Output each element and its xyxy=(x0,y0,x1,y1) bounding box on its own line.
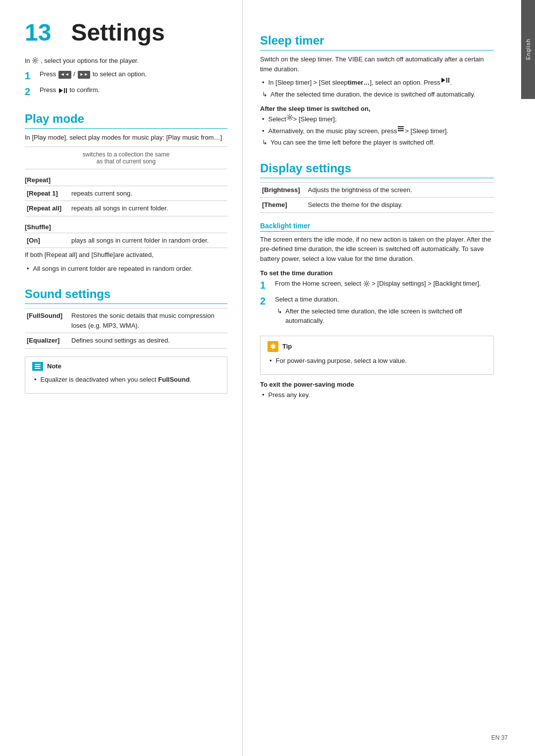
play-pause-icon xyxy=(59,88,67,93)
if-both-bullets: All songs in current folder are repeated… xyxy=(25,264,227,274)
repeat-label: [Repeat] xyxy=(25,176,227,184)
chapter-title: Settings xyxy=(71,19,164,46)
chapter-number: 13 xyxy=(25,19,51,46)
exit-bullets: Press any key. xyxy=(260,390,494,400)
intro-text2: , select your options for the player. xyxy=(41,57,139,64)
table-row: [Repeat 1] repeats current song. xyxy=(25,186,227,201)
steps-list: 1 Press ◄◄ / ►► to select an option. 2 P… xyxy=(25,69,227,98)
menu-icon xyxy=(398,126,404,131)
backlight-step-1: 1 From the Home screen, select > [Displa… xyxy=(260,279,494,292)
table-row: [Equalizer] Defines sound settings as de… xyxy=(25,333,227,349)
svg-point-0 xyxy=(34,59,36,61)
table-row: [Theme] Selects the theme for the displa… xyxy=(260,198,494,213)
on-key: [On] xyxy=(25,233,69,248)
display-table: [Brightness] Adjusts the brightness of t… xyxy=(260,182,494,213)
repeatall-key: [Repeat all] xyxy=(25,201,69,216)
sound-settings-heading: Sound settings xyxy=(25,287,227,304)
nav-next-icon: ►► xyxy=(78,71,91,79)
note-text: Equalizer is deactivated when you select xyxy=(41,375,157,385)
gear-icon-3 xyxy=(363,280,370,287)
list-item: All songs in current folder are repeated… xyxy=(25,264,227,274)
after-sleep-heading: After the sleep timer is switched on, xyxy=(260,105,494,112)
brightness-key: [Brightness] xyxy=(260,182,306,198)
nav-prev-icon: ◄◄ xyxy=(58,71,71,79)
tip-icon: ✱ xyxy=(268,341,278,352)
backlight-steps: 1 From the Home screen, select > [Displa… xyxy=(260,279,494,330)
shuffle-table: [On] plays all songs in current folder i… xyxy=(25,233,227,249)
chapter-heading: 13 Settings xyxy=(25,20,227,46)
note-label: Note xyxy=(47,362,61,370)
if-both-text: If both [Repeat all] and [Shuffle]are ac… xyxy=(25,250,227,260)
list-item: For power-saving purpose, select a low v… xyxy=(268,356,486,366)
step-2: 2 Press to confirm. xyxy=(25,85,227,98)
list-item: After the selected time duration, the de… xyxy=(260,90,494,100)
sound-table: [FullSound] Restores the sonic details t… xyxy=(25,308,227,349)
sleep-timer-intro: Switch on the sleep timer. The VIBE can … xyxy=(260,54,494,74)
table-row: [Repeat all] repeats all songs in curren… xyxy=(25,201,227,216)
list-item: In [Sleep timer] > [Set sleep timer…], s… xyxy=(260,78,494,88)
table-row: [Brightness] Adjusts the brightness of t… xyxy=(260,182,494,198)
gear-icon-2 xyxy=(286,114,293,121)
list-item: Alternatively, on the music play screen,… xyxy=(260,126,494,136)
play-mode-intro: In [Play mode], select play modes for mu… xyxy=(25,133,227,143)
sleep-timer-bullets: In [Sleep timer] > [Set sleep timer…], s… xyxy=(260,78,494,99)
list-item: Equalizer is deactivated when you select… xyxy=(32,375,220,385)
shuffle-label: [Shuffle] xyxy=(25,223,227,231)
side-tab-text: English xyxy=(525,39,531,60)
list-item: Select > [Sleep timer]; xyxy=(260,114,494,124)
theme-value: Selects the theme for the display. xyxy=(306,198,494,213)
list-item: Press any key. xyxy=(260,390,494,400)
backlight-step-2: 2 Select a time duration. After the sele… xyxy=(260,295,494,330)
left-column: 13 Settings In , select your options for… xyxy=(0,0,243,756)
backlight-timer-heading: Backlight timer xyxy=(260,222,494,232)
repeat-table: [Repeat 1] repeats current song. [Repeat… xyxy=(25,186,227,216)
list-item: After the selected time duration, the id… xyxy=(275,306,494,326)
collection-note: switches to a collection the sameas that… xyxy=(25,147,227,169)
repeat1-key: [Repeat 1] xyxy=(25,186,69,201)
note-bold: FullSound xyxy=(158,375,190,385)
play-mode-heading: Play mode xyxy=(25,112,227,129)
theme-key: [Theme] xyxy=(260,198,306,213)
after-sleep-bullets: Select > [Sleep timer]; Alternatively, o… xyxy=(260,114,494,148)
page-number: EN 37 xyxy=(491,734,508,741)
table-row: [On] plays all songs in current folder i… xyxy=(25,233,227,248)
tip-bullets: For power-saving purpose, select a low v… xyxy=(268,356,486,366)
note-icon xyxy=(32,362,43,371)
equalizer-value: Defines sound settings as desired. xyxy=(69,333,227,349)
svg-point-2 xyxy=(366,283,368,285)
backlight-timer-intro: The screen enters the idle mode, if no n… xyxy=(260,235,494,264)
note-bullets: Equalizer is deactivated when you select… xyxy=(32,375,220,385)
note-header: Note xyxy=(32,362,220,371)
side-tab: English xyxy=(521,0,535,99)
fullsound-key: [FullSound] xyxy=(25,308,69,333)
exit-heading: To exit the power-saving mode xyxy=(260,381,494,388)
on-value: plays all songs in current folder in ran… xyxy=(69,233,227,248)
repeatall-value: repeats all songs in current folder. xyxy=(69,201,227,216)
tip-box: ✱ Tip For power-saving purpose, select a… xyxy=(260,336,494,375)
equalizer-key: [Equalizer] xyxy=(25,333,69,349)
table-row: [FullSound] Restores the sonic details t… xyxy=(25,308,227,333)
step-1: 1 Press ◄◄ / ►► to select an option. xyxy=(25,69,227,82)
right-column: Sleep timer Switch on the sleep timer. T… xyxy=(243,0,521,756)
backlight-step-2-bullets: After the selected time duration, the id… xyxy=(275,306,494,326)
intro-text: In , select your options for the player. xyxy=(25,56,227,66)
display-settings-heading: Display settings xyxy=(260,161,494,178)
intro-in: In xyxy=(25,57,32,64)
set-time-heading: To set the time duration xyxy=(260,269,494,277)
note-icon-lines xyxy=(35,364,41,369)
fullsound-value: Restores the sonic details that music co… xyxy=(69,308,227,333)
brightness-value: Adjusts the brightness of the screen. xyxy=(306,182,494,198)
svg-point-1 xyxy=(289,116,291,118)
sleep-timer-heading: Sleep timer xyxy=(260,34,494,50)
note-box: Note Equalizer is deactivated when you s… xyxy=(25,356,227,394)
repeat1-value: repeats current song. xyxy=(69,186,227,201)
list-item: You can see the time left before the pla… xyxy=(260,138,494,148)
gear-icon xyxy=(32,57,39,64)
tip-header: ✱ Tip xyxy=(268,341,486,352)
play-pause-icon-2 xyxy=(441,78,449,83)
tip-label: Tip xyxy=(282,343,292,350)
